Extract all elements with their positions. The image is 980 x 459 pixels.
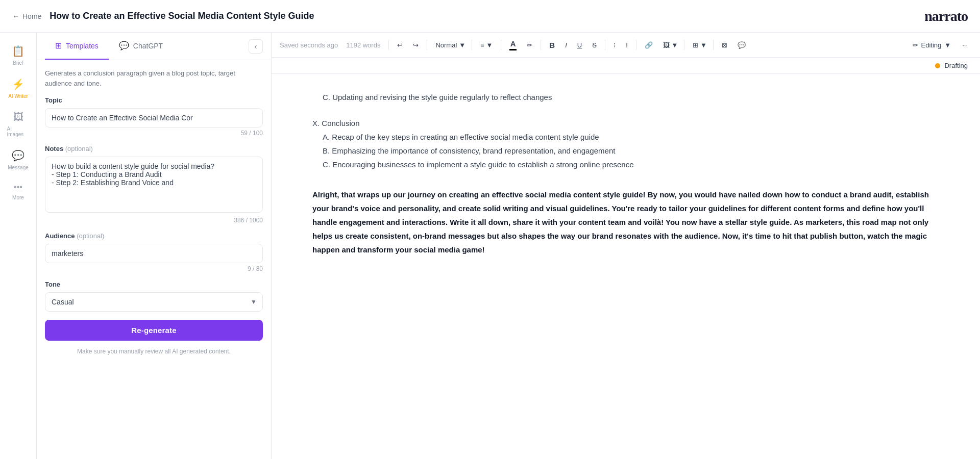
sidebar-item-brief[interactable]: 📋 Brief [3, 40, 34, 71]
notes-field-group: Notes (optional) How to build a content … [45, 145, 263, 224]
toolbar-separator-8 [684, 40, 684, 50]
sidebar-item-ai-writer[interactable]: ⚡ AI Writer [3, 73, 34, 104]
highlight-icon: ✏ [527, 41, 532, 49]
chatgpt-tab-icon: 💬 [119, 41, 129, 50]
back-button[interactable]: ← Home [12, 12, 41, 20]
outline-item-c-x: C. Updating and revising the style guide… [312, 90, 939, 104]
editor-content[interactable]: C. Updating and revising the style guide… [272, 74, 980, 459]
tab-chatgpt-label: ChatGPT [133, 42, 163, 50]
notes-char-count: 386 / 1000 [45, 217, 263, 224]
italic-button[interactable]: I [561, 39, 571, 52]
topic-label: Topic [45, 96, 263, 104]
header-left: ← Home How to Create an Effective Social… [12, 11, 314, 21]
text-color-button[interactable]: A [505, 37, 521, 53]
drafting-dot [935, 63, 940, 68]
text-color-a-icon: A [510, 39, 516, 48]
link-button[interactable]: 🔗 [641, 39, 657, 52]
tone-select[interactable]: Casual Formal Friendly Professional Humo… [45, 292, 263, 312]
drafting-label: Drafting [944, 62, 968, 69]
audience-char-count: 9 / 80 [45, 265, 263, 272]
italic-icon: I [565, 41, 567, 49]
sidebar-item-message[interactable]: 💬 Message [3, 144, 34, 175]
topic-field-group: Topic 59 / 100 [45, 96, 263, 137]
ordered-list-button[interactable]: ⁞ [622, 39, 632, 52]
editing-dropdown-arrow-icon: ▼ [944, 41, 951, 49]
ai-writer-icon: ⚡ [12, 78, 24, 90]
left-panel: ⊞ Templates 💬 ChatGPT ‹ Generates a conc… [37, 33, 272, 459]
editor-area: Saved seconds ago 1192 words ↩ ↪ Normal … [272, 33, 980, 459]
conclusion-item-c: C. Encouraging businesses to implement a… [312, 158, 939, 171]
bold-icon: B [549, 41, 555, 49]
strikethrough-button[interactable]: S [588, 39, 601, 52]
panel-description: Generates a conclusion paragraph given a… [45, 68, 263, 88]
back-arrow-icon: ← [12, 12, 19, 20]
notes-textarea[interactable]: How to build a content style guide for s… [45, 157, 263, 213]
tab-chatgpt[interactable]: 💬 ChatGPT [109, 33, 173, 60]
regenerate-button[interactable]: Re-generate [45, 320, 263, 341]
notes-label: Notes (optional) [45, 145, 263, 152]
doc-title: How to Create an Effective Social Media … [50, 11, 314, 21]
back-label: Home [22, 12, 41, 20]
conclusion-item-b: B. Emphasizing the importance of consist… [312, 144, 939, 158]
editor-toolbar: Saved seconds ago 1192 words ↩ ↪ Normal … [272, 33, 980, 58]
toolbar-separator-3 [472, 40, 472, 50]
pen-icon: ✏ [913, 41, 918, 49]
sidebar-item-ai-images[interactable]: 🖼 AI Images [3, 106, 34, 142]
conclusion-item-a: A. Recap of the key steps in creating an… [312, 130, 939, 144]
image-button[interactable]: 🖼 ▼ [659, 39, 680, 52]
editing-label: Editing [921, 41, 942, 49]
disclaimer-text: Make sure you manually review all AI gen… [45, 347, 263, 356]
redo-button[interactable]: ↪ [409, 39, 423, 52]
topic-input[interactable] [45, 108, 263, 128]
sidebar-item-message-label: Message [8, 165, 29, 170]
icon-sidebar: 📋 Brief ⚡ AI Writer 🖼 AI Images 💬 Messag… [0, 33, 37, 459]
audience-input[interactable] [45, 244, 263, 263]
word-count: 1192 words [346, 41, 380, 49]
comment-button[interactable]: 💬 [733, 39, 750, 52]
tone-select-wrapper: Casual Formal Friendly Professional Humo… [45, 292, 263, 312]
tab-bar: ⊞ Templates 💬 ChatGPT [45, 33, 173, 60]
templates-tab-icon: ⊞ [55, 41, 62, 50]
toolbar-separator-5 [541, 40, 541, 50]
bold-button[interactable]: B [545, 38, 559, 52]
drafting-bar: Drafting [272, 58, 980, 74]
underline-icon: U [577, 41, 582, 49]
brief-icon: 📋 [12, 45, 24, 57]
more-options-button[interactable]: ··· [958, 39, 972, 52]
conclusion-title: X. Conclusion [312, 116, 939, 130]
sidebar-item-ai-writer-label: AI Writer [8, 93, 28, 99]
sidebar-item-more[interactable]: ••• More [3, 177, 34, 206]
undo-button[interactable]: ↩ [393, 39, 407, 52]
editing-dropdown[interactable]: ✏ Editing ▼ [908, 39, 957, 52]
tone-field-group: Tone Casual Formal Friendly Professional… [45, 280, 263, 312]
sidebar-item-more-label: More [12, 195, 24, 200]
toolbar-separator-7 [636, 40, 636, 50]
text-style-arrow-icon: ▼ [459, 41, 465, 49]
sidebar-item-brief-label: Brief [13, 60, 23, 66]
toolbar-separator-4 [501, 40, 501, 50]
align-button[interactable]: ≡ ▼ [476, 39, 497, 52]
tone-label: Tone [45, 280, 263, 288]
saved-text: Saved seconds ago [280, 41, 338, 49]
highlight-button[interactable]: ✏ [523, 39, 536, 52]
text-color-indicator [509, 49, 517, 50]
left-panel-content: Generates a conclusion paragraph given a… [37, 60, 271, 459]
collapse-panel-button[interactable]: ‹ [249, 39, 263, 54]
audience-field-group: Audience (optional) 9 / 80 [45, 232, 263, 272]
clear-format-button[interactable]: ⊠ [718, 39, 731, 52]
strikethrough-icon: S [592, 41, 597, 49]
tab-templates[interactable]: ⊞ Templates [45, 33, 109, 60]
outline-section: C. Updating and revising the style guide… [312, 90, 939, 104]
bullet-list-button[interactable]: ⁝ [609, 39, 620, 52]
sidebar-item-ai-images-label: AI Images [7, 126, 30, 137]
conclusion-block: X. Conclusion A. Recap of the key steps … [312, 116, 939, 171]
left-panel-header: ⊞ Templates 💬 ChatGPT ‹ [37, 33, 271, 60]
table-button[interactable]: ⊞ ▼ [689, 39, 708, 52]
toolbar-status: Saved seconds ago 1192 words [280, 41, 380, 49]
text-style-dropdown[interactable]: Normal ▼ [431, 39, 468, 52]
toolbar-separator-6 [605, 40, 605, 50]
underline-button[interactable]: U [573, 39, 586, 52]
drafting-badge: Drafting [935, 62, 968, 69]
more-icon: ••• [14, 183, 22, 192]
top-header: ← Home How to Create an Effective Social… [0, 0, 980, 33]
